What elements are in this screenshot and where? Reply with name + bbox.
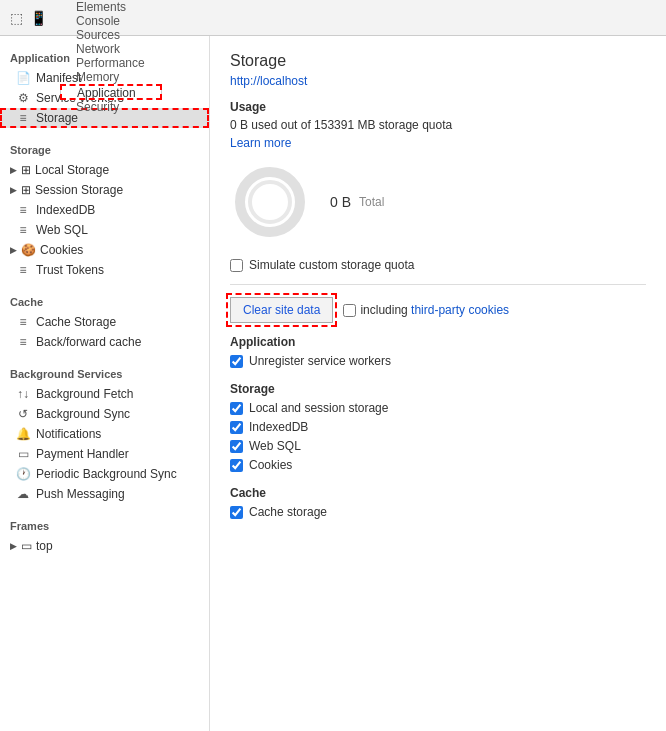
tab-network[interactable]: Network [60, 42, 162, 56]
label-trust-tokens: Trust Tokens [36, 263, 104, 277]
sidebar-item-push-messaging[interactable]: ☁Push Messaging [0, 484, 209, 504]
sidebar-item-trust-tokens[interactable]: ≡Trust Tokens [0, 260, 209, 280]
checkbox-local-session[interactable] [230, 402, 243, 415]
icon-background-sync: ↺ [16, 407, 30, 421]
page-title: Storage [230, 52, 646, 70]
simulate-checkbox-row: Simulate custom storage quota [230, 258, 646, 272]
third-party-link[interactable]: third-party cookies [411, 303, 509, 317]
simulate-label[interactable]: Simulate custom storage quota [249, 258, 414, 272]
sidebar-item-background-sync[interactable]: ↺Background Sync [0, 404, 209, 424]
unregister-label[interactable]: Unregister service workers [249, 354, 391, 368]
inspect-icon[interactable]: ⬚ [8, 10, 24, 26]
label-back-forward-cache: Back/forward cache [36, 335, 141, 349]
sidebar-item-session-storage[interactable]: ▶⊞Session Storage [0, 180, 209, 200]
tab-memory[interactable]: Memory [60, 70, 162, 84]
tab-application[interactable]: Application [60, 84, 162, 100]
tab-elements[interactable]: Elements [60, 0, 162, 14]
sidebar-item-back-forward-cache[interactable]: ≡Back/forward cache [0, 332, 209, 352]
third-party-row: including third-party cookies [343, 303, 509, 317]
sidebar-divider [0, 504, 209, 512]
label-notifications: Notifications [36, 427, 101, 441]
icon-background-fetch: ↑↓ [16, 387, 30, 401]
icon-cache-storage: ≡ [16, 315, 30, 329]
expand-triangle-session-storage: ▶ [10, 185, 17, 195]
checkbox-cache-storage-check[interactable] [230, 506, 243, 519]
icon-storage: ≡ [16, 111, 30, 125]
unregister-checkbox[interactable] [230, 355, 243, 368]
sidebar-item-indexeddb[interactable]: ≡IndexedDB [0, 200, 209, 220]
sidebar-item-cookies[interactable]: ▶🍪Cookies [0, 240, 209, 260]
label-cache-storage-check[interactable]: Cache storage [249, 505, 327, 519]
expand-triangle-top: ▶ [10, 541, 17, 551]
device-icon[interactable]: 📱 [30, 10, 46, 26]
sidebar-divider [0, 128, 209, 136]
label-periodic-background-sync: Periodic Background Sync [36, 467, 177, 481]
label-local-session[interactable]: Local and session storage [249, 401, 388, 415]
sidebar-item-payment-handler[interactable]: ▭Payment Handler [0, 444, 209, 464]
icon-indexeddb: ≡ [16, 203, 30, 217]
tab-console[interactable]: Console [60, 14, 162, 28]
sidebar-item-periodic-background-sync[interactable]: 🕐Periodic Background Sync [0, 464, 209, 484]
label-indexeddb: IndexedDB [36, 203, 95, 217]
expand-triangle-cookies: ▶ [10, 245, 17, 255]
tab-sources[interactable]: Sources [60, 28, 162, 42]
expand-triangle-local-storage: ▶ [10, 165, 17, 175]
storage-item-local-session: Local and session storage [230, 401, 646, 415]
label-session-storage: Session Storage [35, 183, 123, 197]
sidebar-divider [0, 556, 209, 564]
storage-item-cookies-check: Cookies [230, 458, 646, 472]
icon-top: ▭ [21, 539, 32, 553]
label-web-sql-check[interactable]: Web SQL [249, 439, 301, 453]
clear-button-row: Clear site data including third-party co… [230, 297, 646, 323]
icon-service-workers: ⚙ [16, 91, 30, 105]
label-indexeddb-check[interactable]: IndexedDB [249, 420, 308, 434]
storage-section: Storage Local and session storageIndexed… [230, 382, 646, 472]
label-background-fetch: Background Fetch [36, 387, 133, 401]
tab-performance[interactable]: Performance [60, 56, 162, 70]
checkbox-web-sql-check[interactable] [230, 440, 243, 453]
sidebar-item-cache-storage[interactable]: ≡Cache Storage [0, 312, 209, 332]
chart-label: 0 B Total [330, 194, 384, 210]
label-background-sync: Background Sync [36, 407, 130, 421]
third-party-checkbox[interactable] [343, 304, 356, 317]
sidebar-section-frames: Frames [0, 512, 209, 536]
main-content: Storage http://localhost Usage 0 B used … [210, 36, 666, 731]
including-label: including third-party cookies [360, 303, 509, 317]
sidebar-item-notifications[interactable]: 🔔Notifications [0, 424, 209, 444]
storage-item-indexeddb-check: IndexedDB [230, 420, 646, 434]
sidebar-section-cache: Cache [0, 288, 209, 312]
sidebar-divider [0, 280, 209, 288]
sidebar-item-top[interactable]: ▶▭top [0, 536, 209, 556]
sidebar-divider [0, 352, 209, 360]
label-payment-handler: Payment Handler [36, 447, 129, 461]
cache-item-cache-storage-check: Cache storage [230, 505, 646, 519]
label-local-storage: Local Storage [35, 163, 109, 177]
icon-notifications: 🔔 [16, 427, 30, 441]
icon-manifest: 📄 [16, 71, 30, 85]
icon-push-messaging: ☁ [16, 487, 30, 501]
sidebar-item-local-storage[interactable]: ▶⊞Local Storage [0, 160, 209, 180]
chart-value: 0 B [330, 194, 351, 210]
unregister-checkbox-row: Unregister service workers [230, 354, 646, 368]
sidebar-item-background-fetch[interactable]: ↑↓Background Fetch [0, 384, 209, 404]
tab-security[interactable]: Security [60, 100, 162, 114]
chart-total-label: Total [359, 195, 384, 209]
url-text: http://localhost [230, 74, 646, 88]
simulate-checkbox[interactable] [230, 259, 243, 272]
checkbox-indexeddb-check[interactable] [230, 421, 243, 434]
cache-checkboxes: Cache storage [230, 505, 646, 519]
label-top: top [36, 539, 53, 553]
label-web-sql: Web SQL [36, 223, 88, 237]
label-cookies: Cookies [40, 243, 83, 257]
sidebar: Application📄Manifest⚙Service Workers≡Sto… [0, 36, 210, 731]
checkbox-cookies-check[interactable] [230, 459, 243, 472]
sidebar-item-web-sql[interactable]: ≡Web SQL [0, 220, 209, 240]
cache-heading: Cache [230, 486, 646, 500]
clear-site-data-button[interactable]: Clear site data [230, 297, 333, 323]
learn-more-link[interactable]: Learn more [230, 136, 646, 150]
separator-1 [230, 284, 646, 285]
icon-local-storage: ⊞ [21, 163, 31, 177]
storage-item-web-sql-check: Web SQL [230, 439, 646, 453]
usage-text: 0 B used out of 153391 MB storage quota [230, 118, 646, 132]
label-cookies-check[interactable]: Cookies [249, 458, 292, 472]
